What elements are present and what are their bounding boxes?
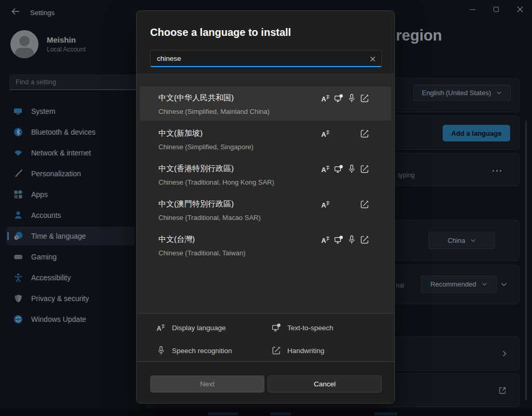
svg-text:A: A	[322, 166, 326, 174]
display-language-icon: A	[321, 235, 330, 244]
clear-x-icon	[370, 56, 376, 62]
handwriting-icon	[360, 94, 369, 103]
legend-label: Display language	[172, 324, 226, 332]
display-language-icon: A	[321, 94, 330, 103]
language-english-name: Chinese (Traditional, Taiwan)	[158, 249, 246, 257]
svg-text:A: A	[322, 202, 326, 209]
language-native-name: 中文(台灣)	[158, 235, 195, 244]
text-to-speech-icon	[334, 235, 343, 244]
text-to-speech-icon	[334, 164, 343, 174]
language-row[interactable]: 中文(中华人民共和国) Chinese (Simplified, Mainlan…	[140, 86, 391, 121]
language-native-name: 中文(澳門特別行政區)	[158, 199, 234, 209]
legend-label: Handwriting	[287, 347, 324, 355]
handwriting-icon	[360, 235, 369, 244]
legend-text-to-speech: Text-to-speech	[272, 323, 334, 332]
language-english-name: Chinese (Traditional, Hong Kong SAR)	[158, 178, 274, 186]
language-row[interactable]: 中文(台灣) Chinese (Traditional, Taiwan) A	[140, 228, 391, 262]
language-row[interactable]: 中文(香港特別行政區) Chinese (Traditional, Hong K…	[140, 157, 391, 191]
legend-display-language: A Display language	[156, 323, 226, 332]
display-language-icon: A	[156, 323, 166, 332]
handwriting-icon	[360, 164, 369, 174]
capability-legend: A Display language Text-to-speech Speech…	[137, 313, 394, 361]
language-row[interactable]: 中文(澳門特別行政區) Chinese (Traditional, Macao …	[140, 192, 391, 227]
cancel-button[interactable]: Cancel	[268, 375, 382, 393]
language-english-name: Chinese (Simplified, Mainland China)	[158, 108, 270, 115]
handwriting-icon	[272, 346, 281, 355]
language-row[interactable]: 中文(新加坡) Chinese (Simplified, Singapore) …	[140, 122, 391, 156]
text-to-speech-icon	[334, 94, 343, 103]
svg-text:A: A	[157, 325, 162, 332]
settings-window: Settings Meishin Local Account System Bl…	[0, 0, 532, 416]
svg-text:A: A	[322, 96, 326, 103]
speech-recognition-icon	[347, 94, 356, 103]
display-language-icon: A	[321, 164, 330, 174]
svg-text:A: A	[322, 131, 326, 138]
legend-speech-recognition: Speech recognition	[156, 346, 232, 355]
handwriting-icon	[360, 200, 369, 209]
legend-label: Speech recognition	[172, 347, 232, 355]
legend-label: Text-to-speech	[287, 324, 334, 332]
next-button[interactable]: Next	[150, 375, 264, 393]
clear-search-button[interactable]	[367, 54, 378, 64]
language-search-input[interactable]	[150, 50, 382, 67]
dialog-footer: Next Cancel	[137, 361, 394, 404]
legend-handwriting: Handwriting	[272, 346, 324, 355]
language-english-name: Chinese (Simplified, Singapore)	[158, 143, 254, 151]
speech-recognition-icon	[156, 346, 166, 355]
language-native-name: 中文(新加坡)	[158, 128, 203, 138]
svg-text:A: A	[322, 237, 326, 244]
choose-language-dialog: Choose a language to install 中文(中华人民共和国)…	[136, 10, 395, 404]
cancel-label: Cancel	[314, 380, 336, 388]
language-native-name: 中文(中华人民共和国)	[158, 93, 234, 103]
language-results-list: 中文(中华人民共和国) Chinese (Simplified, Mainlan…	[137, 73, 394, 313]
handwriting-icon	[360, 129, 369, 138]
display-language-icon: A	[321, 129, 330, 138]
speech-recognition-icon	[347, 164, 356, 174]
dialog-title: Choose a language to install	[150, 27, 291, 38]
next-label: Next	[200, 380, 215, 388]
language-native-name: 中文(香港特別行政區)	[158, 164, 234, 174]
text-to-speech-icon	[272, 323, 281, 332]
display-language-icon: A	[321, 200, 330, 209]
speech-recognition-icon	[347, 235, 356, 244]
language-english-name: Chinese (Traditional, Macao SAR)	[158, 214, 261, 222]
